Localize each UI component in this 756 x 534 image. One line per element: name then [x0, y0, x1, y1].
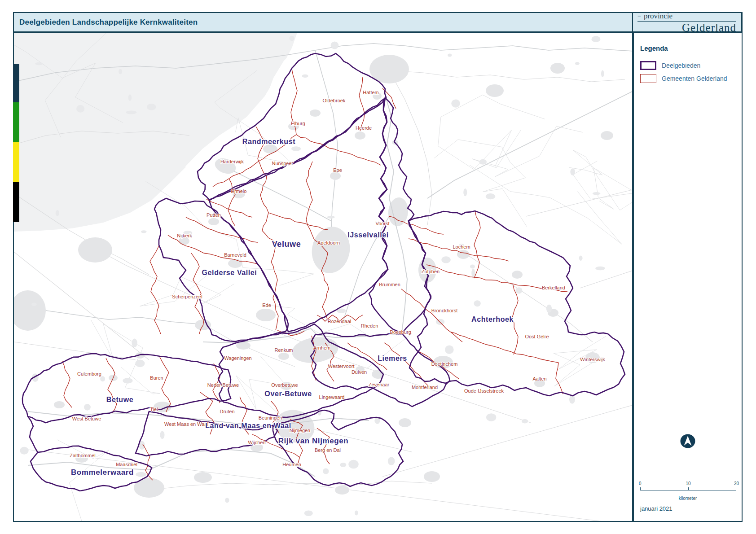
map-date: januari 2021 — [640, 505, 735, 512]
region-label: Betuwe — [106, 396, 134, 403]
municipality-label: Aalten — [532, 376, 546, 381]
legend-item: Deelgebieden — [640, 61, 735, 70]
municipality-label: Apeldoorn — [317, 240, 340, 245]
legend-bottom-block: 0 10 20 kilometer januari 2021 — [640, 433, 735, 512]
municipality-label: Oude IJsselstreek — [464, 388, 504, 394]
municipality-label: Lochem — [453, 244, 470, 249]
logo-provincie-text: provincie — [644, 12, 672, 21]
logo-top-line: ≡ provincie — [637, 12, 736, 22]
municipality-label: Epe — [333, 167, 342, 173]
municipality-label: Doesburg — [390, 329, 411, 335]
municipality-label: Ede — [262, 302, 271, 308]
municipality-label: Oost Gelre — [525, 334, 549, 339]
legend-heading: Legenda — [640, 44, 735, 52]
province-logo: ≡ provincie Gelderland — [632, 12, 742, 32]
region-label: IJsselvallei — [347, 231, 389, 239]
page-title: Deelgebieden Landschappelijke Kernkwalit… — [14, 18, 198, 27]
region-label: Land van Maas en Waal — [205, 422, 291, 429]
title-bar: Deelgebieden Landschappelijke Kernkwalit… — [13, 12, 743, 32]
municipality-label: Westervoort — [328, 363, 354, 369]
color-ramp-segment — [13, 142, 19, 182]
municipality-label: Scherpenzeel — [172, 294, 202, 299]
color-ramp-segment — [13, 182, 19, 222]
municipality-label: Renkum — [275, 347, 293, 353]
municipality-label: Ermelo — [231, 188, 247, 194]
municipality-label: Rozendaal — [328, 319, 352, 324]
legend-swatch — [640, 74, 656, 83]
region-label: Gelderse Vallei — [202, 269, 257, 276]
scale-bar-midtick — [688, 487, 689, 490]
municipality-label: Berkelland — [542, 285, 565, 290]
region-label: Bommelerwaard — [71, 468, 134, 477]
municipality-label: West Betuwe — [72, 416, 101, 421]
municipality-label: Wageningen — [224, 355, 251, 361]
legend-item-label: Gemeenten Gelderland — [662, 75, 727, 82]
color-ramp-segment — [13, 64, 19, 102]
municipality-label: Wijchen — [248, 440, 265, 445]
municipality-label: Oldebroek — [323, 98, 346, 103]
municipality-label: Bronckhorst — [431, 308, 458, 313]
municipality-label: Elburg — [291, 121, 305, 126]
scale-tick-10: 10 — [686, 481, 690, 486]
region-label: Randmeerkust — [242, 138, 295, 145]
municipality-label: Maasdriel — [116, 462, 137, 467]
municipality-label: Doetinchem — [431, 361, 458, 367]
region-label: Over-Betuwe — [264, 390, 312, 398]
municipality-label: Heumen — [282, 462, 301, 467]
map-area: HattemOldebroekElburgHeerdeHarderwijkNun… — [13, 32, 633, 522]
municipality-label: Voorst — [375, 221, 389, 226]
municipality-label: Zevenaar — [369, 382, 390, 387]
color-ramp-bar — [13, 64, 19, 222]
triple-bar-icon: ≡ — [637, 14, 641, 18]
legend-panel: Legenda DeelgebiedenGemeenten Gelderland… — [633, 32, 743, 522]
municipality-label: Druten — [220, 409, 234, 414]
municipality-label: Putten — [207, 212, 221, 218]
region-label: Achterhoek — [471, 315, 514, 323]
region-label: Rijk van Nijmegen — [278, 437, 349, 445]
legend-swatch — [640, 61, 656, 70]
municipality-label: Heerde — [356, 125, 372, 131]
municipality-label: Harderwijk — [220, 159, 244, 164]
municipality-label: Zaltbommel — [70, 453, 95, 458]
municipality-label: Brummen — [379, 282, 400, 287]
municipality-label: Culemborg — [77, 371, 101, 376]
legend-item: Gemeenten Gelderland — [640, 74, 735, 83]
municipality-label: Hattem — [363, 90, 378, 95]
municipality-label: West Maas en Waal — [164, 421, 208, 427]
municipality-label: Nunspeet — [272, 161, 293, 166]
legend-item-label: Deelgebieden — [662, 62, 700, 69]
municipality-label: Nijmegen — [290, 428, 310, 433]
municipality-label: Buren — [150, 375, 163, 381]
municipality-label: Nijkerk — [177, 233, 192, 238]
municipality-label: Duiven — [352, 369, 367, 375]
map-canvas: HattemOldebroekElburgHeerdeHarderwijkNun… — [14, 33, 633, 522]
municipality-label: Arnhem — [313, 345, 331, 350]
page: { "title_bar": { "title": "Deelgebieden … — [0, 0, 756, 534]
municipality-label: Tiel — [150, 407, 158, 412]
north-arrow-icon — [640, 433, 735, 449]
legend-items: DeelgebiedenGemeenten Gelderland — [640, 61, 735, 87]
region-label: Liemers — [378, 355, 407, 362]
municipality-label: Overbetuwe — [271, 382, 298, 388]
municipality-label: Rheden — [361, 323, 378, 328]
municipality-label: Montferland — [412, 385, 438, 390]
region-label: Veluwe — [272, 240, 301, 249]
scale-unit-label: kilometer — [640, 496, 735, 501]
municipality-label: Berg en Dal — [315, 447, 341, 453]
municipality-label: Winterswijk — [580, 357, 605, 362]
scale-tick-20: 20 — [734, 481, 739, 486]
scale-bar: 0 10 20 — [640, 481, 736, 495]
municipality-label: Zutphen — [422, 269, 440, 274]
color-ramp-segment — [13, 102, 19, 142]
municipality-label: Lingewaard — [319, 394, 345, 400]
municipality-label: Neder-Betuwe — [207, 382, 239, 388]
municipality-label: Barneveld — [224, 252, 246, 258]
municipality-label: Beuningen — [259, 415, 282, 420]
scale-tick-0: 0 — [639, 481, 642, 486]
